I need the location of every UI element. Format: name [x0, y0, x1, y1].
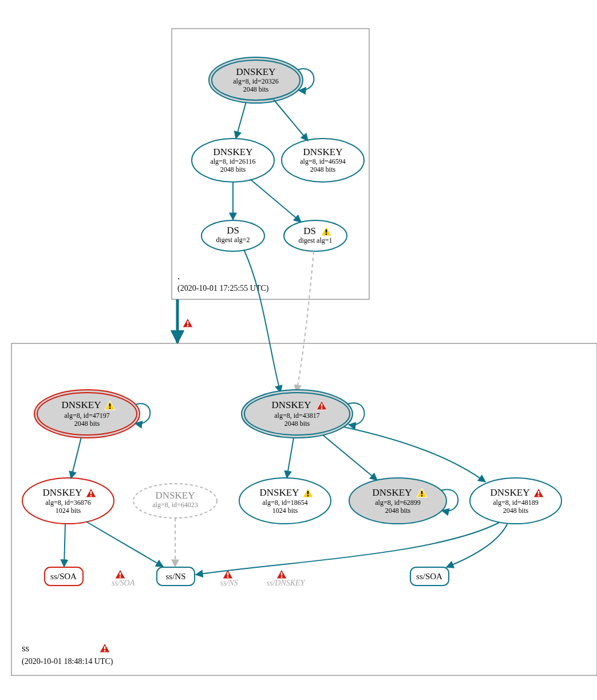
svg-text:DS: DS — [227, 225, 239, 236]
edge — [244, 250, 280, 393]
svg-text:2048 bits: 2048 bits — [74, 420, 100, 428]
edge — [236, 102, 246, 139]
svg-text:DNSKEY: DNSKEY — [272, 400, 311, 410]
svg-text:2048 bits: 2048 bits — [503, 507, 529, 515]
svg-text:alg=8, id=64023: alg=8, id=64023 — [152, 501, 198, 509]
svg-text:2048 bits: 2048 bits — [220, 165, 246, 173]
svg-text:alg=8, id=43817: alg=8, id=43817 — [274, 412, 320, 420]
ghost-ns: ss/NS — [220, 579, 238, 587]
rr-soa-2: ss/SOA — [410, 567, 449, 586]
edge — [71, 437, 81, 478]
edge — [287, 438, 294, 478]
node-ss-ghost: DNSKEY alg=8, id=64023 — [133, 484, 217, 518]
edge — [323, 435, 377, 480]
svg-text:DNSKEY: DNSKEY — [43, 487, 82, 498]
svg-text:alg=8, id=48189: alg=8, id=48189 — [493, 499, 539, 507]
svg-text:1024 bits: 1024 bits — [56, 507, 81, 515]
edge — [196, 523, 499, 575]
svg-text:2048 bits: 2048 bits — [284, 420, 310, 428]
warning-icon — [183, 318, 193, 327]
rr-ns-1: ss/NS — [157, 567, 195, 586]
svg-text:alg=8, id=46594: alg=8, id=46594 — [300, 157, 346, 165]
svg-text:DNSKEY: DNSKEY — [214, 147, 253, 157]
svg-text:digest alg=1: digest alg=1 — [298, 236, 332, 244]
rr-soa-1: ss/SOA — [45, 567, 83, 586]
edge — [446, 523, 508, 567]
svg-text:alg=8, id=20326: alg=8, id=20326 — [233, 77, 279, 85]
svg-text:2048 bits: 2048 bits — [310, 165, 336, 173]
node-ds1: DS digest alg=2 — [201, 220, 264, 251]
zone-root-label: . — [177, 271, 180, 282]
svg-text:2048 bits: 2048 bits — [385, 507, 411, 515]
edge — [296, 251, 314, 392]
svg-text:ss/SOA: ss/SOA — [50, 572, 77, 581]
edge — [64, 524, 65, 567]
svg-text:DNSKEY: DNSKEY — [156, 490, 195, 501]
node-ds2: DS digest alg=1 — [284, 220, 347, 251]
zone-ss-label: ss — [22, 643, 29, 654]
node-root-ksk: DNSKEY alg=8, id=20326 2048 bits — [209, 57, 303, 103]
svg-text:ss/SOA: ss/SOA — [416, 572, 442, 581]
svg-text:alg=8, id=62899: alg=8, id=62899 — [375, 499, 421, 507]
svg-text:DNSKEY: DNSKEY — [62, 400, 101, 410]
ghost-soa: ss/SOA — [112, 579, 135, 587]
svg-text:DS: DS — [303, 226, 316, 236]
zone-root-timestamp: (2020-10-01 17:25:55 UTC) — [177, 284, 269, 293]
svg-text:alg=8, id=47197: alg=8, id=47197 — [64, 412, 110, 420]
warning-icon — [276, 570, 287, 579]
zone-ss-timestamp: (2020-10-01 18:48:14 UTC) — [22, 657, 113, 666]
warning-icon — [115, 570, 125, 579]
svg-text:2048 bits: 2048 bits — [243, 85, 269, 93]
node-ss-ksk1: DNSKEY alg=8, id=47197 2048 bits — [34, 390, 140, 438]
svg-text:DNSKEY: DNSKEY — [373, 487, 412, 498]
svg-text:DNSKEY: DNSKEY — [491, 487, 530, 498]
ghost-dnskey: ss/DNSKEY — [267, 579, 306, 587]
node-ss-ksk2: DNSKEY alg=8, id=43817 2048 bits — [242, 390, 353, 438]
edge — [344, 427, 485, 482]
svg-text:DNSKEY: DNSKEY — [303, 147, 343, 157]
node-ss-zsk2: DNSKEY alg=8, id=18654 1024 bits — [239, 478, 331, 524]
svg-text:DNSKEY: DNSKEY — [260, 487, 299, 498]
svg-text:ss/NS: ss/NS — [165, 572, 185, 581]
svg-text:alg=8, id=36876: alg=8, id=36876 — [45, 499, 91, 507]
node-ss-zsk1: DNSKEY alg=8, id=36876 1024 bits — [22, 478, 114, 524]
svg-text:digest alg=2: digest alg=2 — [216, 236, 250, 244]
edge — [86, 521, 163, 567]
node-ss-zsk4: DNSKEY alg=8, id=48189 2048 bits — [470, 478, 562, 524]
svg-text:alg=8, id=18654: alg=8, id=18654 — [262, 499, 308, 507]
node-ss-zsk3: DNSKEY alg=8, id=62899 2048 bits — [349, 478, 446, 524]
svg-text:alg=8, id=26116: alg=8, id=26116 — [210, 157, 255, 165]
edge — [274, 100, 308, 141]
svg-text:DNSKEY: DNSKEY — [236, 66, 276, 77]
node-root-zsk2: DNSKEY alg=8, id=46594 2048 bits — [282, 139, 364, 182]
svg-text:1024 bits: 1024 bits — [272, 507, 298, 515]
warning-icon — [100, 643, 110, 652]
node-root-zsk1: DNSKEY alg=8, id=26116 2048 bits — [192, 139, 274, 182]
edge — [250, 179, 301, 222]
